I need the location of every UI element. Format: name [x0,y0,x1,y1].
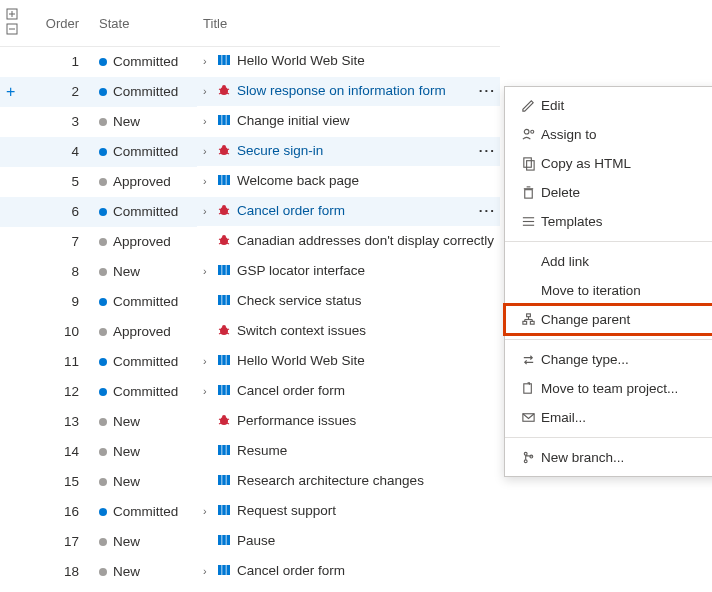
menu-item-label: Delete [541,185,580,200]
table-row[interactable]: 6Committed›Cancel order form··· [0,197,500,227]
table-row[interactable]: 9Committed Check service status [0,287,500,317]
chevron-right-icon[interactable]: › [203,355,213,367]
order-cell: 6 [40,197,93,227]
chevron-right-icon[interactable]: › [203,205,213,217]
work-item-title[interactable]: Slow response on information form [237,83,446,98]
svg-rect-66 [222,475,226,485]
chevron-right-icon[interactable]: › [203,55,213,67]
menu-item-edit[interactable]: Edit [505,91,712,120]
menu-item-change-type[interactable]: Change type... [505,345,712,374]
title-cell: Research architecture changes [197,467,500,497]
svg-rect-87 [526,314,530,317]
table-row[interactable]: 15New Research architecture changes [0,467,500,497]
table-row[interactable]: +2Committed›Slow response on information… [0,77,500,107]
table-row[interactable]: 18New›Cancel order form [0,557,500,587]
chevron-right-icon[interactable]: › [203,385,213,397]
menu-item-add-link[interactable]: Add link› [505,247,712,276]
row-gutter [0,497,40,527]
svg-point-9 [222,85,226,89]
table-row[interactable]: 13New Performance issues [0,407,500,437]
work-item-title[interactable]: Canadian addresses don't display correct… [237,233,494,248]
menu-item-new-branch[interactable]: New branch... [505,443,712,472]
work-item-title[interactable]: Cancel order form [237,203,345,218]
work-item-title[interactable]: Welcome back page [237,173,359,188]
title-cell: Check service status [197,287,500,317]
collapse-all-icon[interactable] [6,23,18,35]
table-row[interactable]: 16Committed›Request support [0,497,500,527]
work-item-title[interactable]: Switch context issues [237,323,366,338]
work-item-title[interactable]: Cancel order form [237,563,345,578]
svg-line-61 [227,423,229,424]
table-row[interactable]: 12Committed›Cancel order form [0,377,500,407]
svg-line-22 [227,153,229,154]
expand-all-icon[interactable] [6,8,18,20]
svg-rect-43 [227,295,231,305]
menu-item-copy-as-html[interactable]: Copy as HTML [505,149,712,178]
table-row[interactable]: 10Approved Switch context issues [0,317,500,347]
menu-item-move-to-team-project[interactable]: Move to team project... [505,374,712,403]
work-item-title[interactable]: Check service status [237,293,362,308]
more-actions-icon[interactable]: ··· [479,83,496,98]
svg-rect-38 [218,265,222,275]
backlog-item-icon [217,293,231,310]
header-state[interactable]: State [93,0,197,47]
add-item-icon[interactable]: + [6,83,15,100]
work-item-title[interactable]: Hello World Web Site [237,353,365,368]
title-cell: ›Cancel order form [197,377,500,407]
menu-item-email[interactable]: Email... [505,403,712,432]
more-actions-icon[interactable]: ··· [479,203,496,218]
table-row[interactable]: 5Approved›Welcome back page [0,167,500,197]
menu-item-templates[interactable]: Templates› [505,207,712,236]
table-row[interactable]: 4Committed›Secure sign-in··· [0,137,500,167]
header-title[interactable]: Title [197,0,500,47]
svg-rect-55 [227,385,231,395]
row-gutter [0,557,40,587]
work-item-title[interactable]: Change initial view [237,113,350,128]
work-item-title[interactable]: Request support [237,503,336,518]
title-cell: ›Hello World Web Site [197,347,500,377]
menu-item-delete[interactable]: Delete [505,178,712,207]
row-gutter [0,437,40,467]
table-row[interactable]: 14New Resume [0,437,500,467]
work-item-title[interactable]: GSP locator interface [237,263,365,278]
menu-item-label: Change parent [541,312,630,327]
table-row[interactable]: 3New›Change initial view [0,107,500,137]
chevron-right-icon[interactable]: › [203,265,213,277]
menu-item-change-parent[interactable]: Change parent [505,305,712,334]
bug-icon [217,413,231,430]
work-item-title[interactable]: Cancel order form [237,383,345,398]
work-item-title[interactable]: Resume [237,443,287,458]
state-cell: Committed [93,77,197,107]
table-row[interactable]: 17New Pause [0,527,500,557]
state-dot-icon [99,508,107,516]
menu-item-assign-to[interactable]: Assign to› [505,120,712,149]
more-actions-icon[interactable]: ··· [479,143,496,158]
state-dot-icon [99,328,107,336]
table-row[interactable]: 1Committed›Hello World Web Site [0,47,500,77]
chevron-right-icon[interactable]: › [203,175,213,187]
row-gutter [0,257,40,287]
chevron-right-icon[interactable]: › [203,85,213,97]
work-item-title[interactable]: Pause [237,533,275,548]
chevron-right-icon[interactable]: › [203,565,213,577]
header-order[interactable]: Order [40,0,93,47]
work-item-title[interactable]: Performance issues [237,413,356,428]
menu-item-label: Move to iteration [541,283,641,298]
work-item-title[interactable]: Secure sign-in [237,143,323,158]
title-cell: ›GSP locator interface [197,257,500,287]
table-row[interactable]: 11Committed›Hello World Web Site [0,347,500,377]
menu-item-move-to-iteration[interactable]: Move to iteration› [505,276,712,305]
work-item-title[interactable]: Hello World Web Site [237,53,365,68]
state-cell: Committed [93,377,197,407]
table-row[interactable]: 8New›GSP locator interface [0,257,500,287]
chevron-right-icon[interactable]: › [203,505,213,517]
state-label: Committed [113,84,178,99]
chevron-right-icon[interactable]: › [203,115,213,127]
svg-rect-15 [222,115,226,125]
row-gutter [0,287,40,317]
work-item-title[interactable]: Research architecture changes [237,473,424,488]
table-row[interactable]: 7Approved Canadian addresses don't displ… [0,227,500,257]
chevron-right-icon[interactable]: › [203,145,213,157]
state-cell: New [93,557,197,587]
svg-rect-79 [523,158,531,167]
